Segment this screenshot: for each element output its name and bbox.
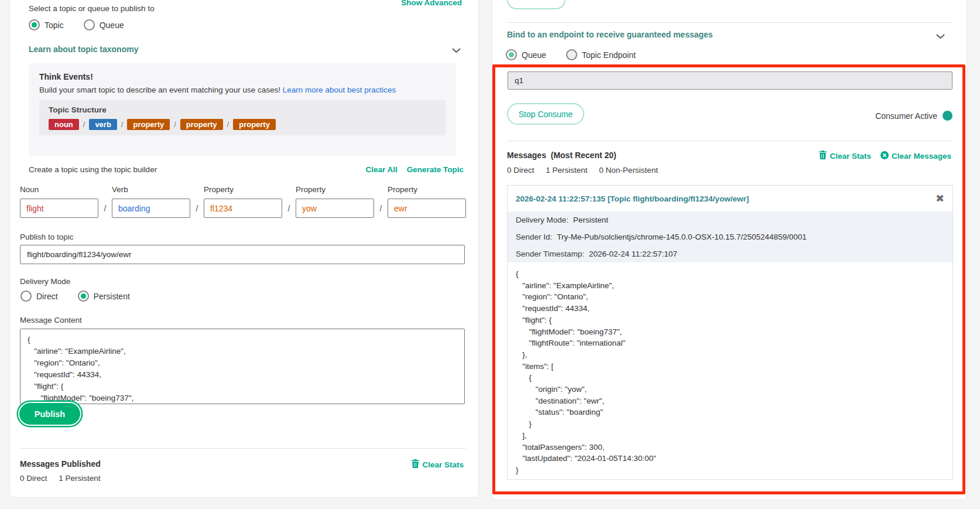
circle-x-icon <box>880 151 889 161</box>
publisher-stats-counts: 0 Direct 1 Persistent <box>20 474 101 483</box>
delivery-mode-row: Delivery Mode: Persistent <box>508 211 952 228</box>
sender-id-value: Try-Me-Pub/solclientjs/chrome-145.0.0-OS… <box>557 233 807 241</box>
delivery-mode-meta-value: Persistent <box>573 216 608 224</box>
noun-field-label: Noun <box>20 185 39 194</box>
queue-endpoint-radio-label[interactable]: Queue <box>522 50 546 60</box>
persistent-radio-label[interactable]: Persistent <box>94 292 130 301</box>
verb-input[interactable] <box>112 199 190 218</box>
topic-structure-title: Topic Structure <box>49 105 436 114</box>
topic-slash: / <box>282 204 296 213</box>
property-field-label: Property <box>388 185 417 194</box>
bind-section-divider <box>507 22 953 23</box>
property-input-3[interactable] <box>388 199 466 218</box>
subscriber-panel: Bind to an endpoint to receive guarantee… <box>492 0 967 500</box>
show-advanced-link[interactable]: Show Advanced <box>401 0 462 7</box>
publisher-clear-stats-label: Clear Stats <box>422 460 464 469</box>
noun-input[interactable] <box>20 199 98 218</box>
subscriber-stats-counts: 0 Direct 1 Persistent 0 Non-Persistent <box>507 166 658 175</box>
sender-timestamp-row: Sender Timestamp: 2026-02-24 11:22:57:10… <box>508 245 952 262</box>
generate-topic-link[interactable]: Generate Topic <box>407 165 464 174</box>
queue-endpoint-radio[interactable] <box>506 49 517 60</box>
consumer-status: Consumer Active <box>875 111 952 121</box>
property-field-label: Property <box>204 185 234 194</box>
publisher-clear-stats-link[interactable]: Clear Stats <box>412 459 464 470</box>
messages-section-divider <box>507 141 953 141</box>
direct-radio-label[interactable]: Direct <box>36 292 58 301</box>
delivery-mode-label: Delivery Mode <box>20 277 70 286</box>
topic-structure-badges: noun/verb/property/property/property <box>49 119 436 130</box>
received-message-card: 2026-02-24 11:22:57:135 [Topic flight/bo… <box>507 185 953 480</box>
endpoint-name-input[interactable] <box>508 71 952 90</box>
queue-radio[interactable] <box>84 19 95 30</box>
think-events-text: Build your smart topic to describe an ev… <box>39 86 280 94</box>
sender-id-label: Sender Id: <box>516 233 552 241</box>
publisher-stats-divider <box>20 448 466 449</box>
endpoint-type-radios: Queue Topic Endpoint <box>506 49 651 60</box>
message-content-textarea[interactable]: { "airline": "ExampleAirline", "region":… <box>20 329 465 404</box>
messages-actions: Clear Stats Clear Messages <box>819 151 951 161</box>
topic-radio-label[interactable]: Topic <box>44 21 64 30</box>
payload-json: { "airline": "ExampleAirline", "region":… <box>516 268 944 476</box>
publish-destination-radios: Topic Queue <box>29 19 139 30</box>
builder-field-labels: Noun Verb Property Property Property <box>20 185 466 194</box>
topic-taxonomy-link[interactable]: Learn about topic taxonomy <box>29 45 138 54</box>
publish-topic-input[interactable] <box>20 245 465 264</box>
property-field-label: Property <box>296 185 325 194</box>
noun-badge: noun <box>49 119 79 130</box>
publish-to-topic-label: Publish to topic <box>20 233 74 241</box>
direct-radio[interactable] <box>20 291 32 302</box>
topic-slash: / <box>374 204 388 213</box>
close-icon[interactable]: ✖ <box>936 193 944 204</box>
verb-badge: verb <box>89 119 116 130</box>
topic-endpoint-radio-label[interactable]: Topic Endpoint <box>582 50 636 60</box>
topic-slash: / <box>190 204 204 213</box>
best-practices-link[interactable]: Learn more about best practices <box>283 86 396 94</box>
taxonomy-chevron-down-icon[interactable] <box>451 46 461 56</box>
bind-endpoint-heading: Bind to an endpoint to receive guarantee… <box>507 30 713 39</box>
bind-chevron-down-icon[interactable] <box>936 32 945 42</box>
queue-endpoint-radio-dot <box>509 52 514 57</box>
badge-separator: / <box>227 120 229 129</box>
delivery-mode-radios: Direct Persistent <box>20 291 145 302</box>
trash-icon <box>412 459 419 470</box>
messages-title-suffix: (Most Recent 20) <box>551 151 616 160</box>
message-metadata: Delivery Mode: Persistent Sender Id: Try… <box>508 211 952 262</box>
consumer-active-dot <box>943 111 952 121</box>
persistent-radio[interactable] <box>78 291 89 302</box>
publisher-persistent-count: 1 Persistent <box>59 474 100 483</box>
publish-destination-label: Select a topic or queue to publish to <box>29 4 155 13</box>
topic-builder-title: Create a topic using the topic builder <box>29 165 157 174</box>
publisher-direct-count: 0 Direct <box>20 474 47 483</box>
topic-radio[interactable] <box>29 19 40 30</box>
publisher-panel: Show Advanced Select a topic or queue to… <box>9 0 479 498</box>
topic-slash: / <box>98 204 112 213</box>
think-events-description: Build your smart topic to describe an ev… <box>39 86 446 94</box>
think-events-title: Think Events! <box>39 72 446 81</box>
clear-all-link[interactable]: Clear All <box>365 165 397 174</box>
property-input-1[interactable] <box>204 199 282 218</box>
subscriber-clear-stats-label: Clear Stats <box>830 152 871 160</box>
property-badge: property <box>180 119 223 130</box>
property-input-2[interactable] <box>296 199 374 218</box>
builder-fields-row: / / / / <box>20 199 466 218</box>
message-payload: { "airline": "ExampleAirline", "region":… <box>508 262 952 482</box>
messages-title: Messages (Most Recent 20) <box>507 151 616 160</box>
subscribe-button-cutoff[interactable] <box>507 0 566 9</box>
topic-endpoint-radio[interactable] <box>566 49 577 60</box>
message-header: 2026-02-24 11:22:57:135 [Topic flight/bo… <box>508 186 952 211</box>
queue-radio-label[interactable]: Queue <box>100 21 124 30</box>
subscriber-non-persistent-count: 0 Non-Persistent <box>599 166 658 175</box>
publish-button[interactable]: Publish <box>18 402 81 426</box>
badge-separator: / <box>174 120 176 129</box>
message-timestamp-link[interactable]: 2026-02-24 11:22:57:135 [Topic flight/bo… <box>516 194 749 203</box>
think-events-box: Think Events! Build your smart topic to … <box>29 63 456 156</box>
subscriber-clear-stats-link[interactable]: Clear Stats <box>819 151 871 161</box>
stop-consume-button[interactable]: Stop Consume <box>507 103 584 125</box>
trash-icon <box>819 151 827 161</box>
badge-separator: / <box>83 120 85 129</box>
clear-messages-link[interactable]: Clear Messages <box>880 151 951 161</box>
property-badge: property <box>233 119 276 130</box>
messages-title-text: Messages <box>507 151 546 160</box>
messages-published-title: Messages Published <box>20 459 101 469</box>
property-badge: property <box>127 119 170 130</box>
